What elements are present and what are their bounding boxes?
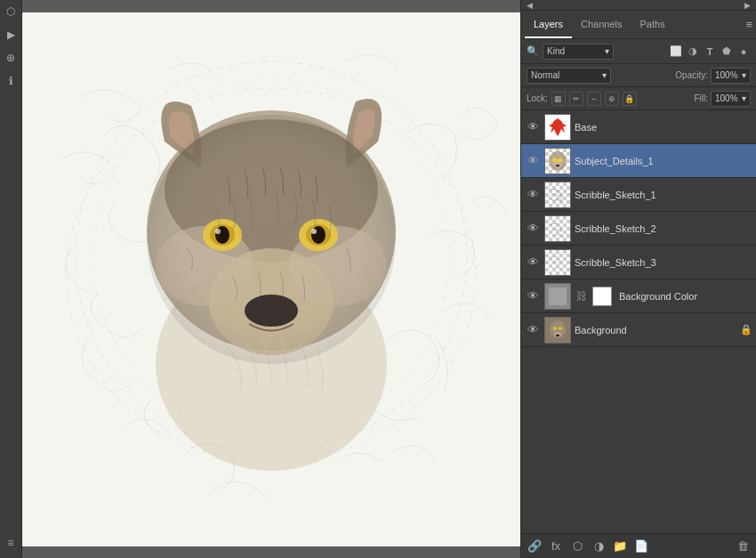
layer-thumb-scribble-sketch-3 [544,249,571,276]
layer-name-scribble-sketch-2: Scribble_Sketch_2 [575,223,752,234]
tab-channels[interactable]: Channels [572,11,631,38]
add-style-button[interactable]: fx [548,538,564,554]
layer-item-scribble-sketch-3[interactable]: 👁 Scribble_Sketch_3 [521,246,756,279]
svg-point-34 [559,327,563,330]
layer-thumb-background-color-right [592,287,612,306]
lock-label: Lock: [527,93,548,103]
tool-info[interactable]: ℹ [3,73,19,89]
fill-group: Fill: 100% ▾ [694,91,751,107]
layer-item-background-color[interactable]: 👁 ⛓ Background Color [521,279,756,313]
search-icon: 🔍 [527,45,539,57]
visibility-icon-background-color[interactable]: 👁 [525,288,541,304]
layer-thumb-base [544,114,571,141]
layer-chain-link: ⛓ [576,290,587,303]
lock-row: Lock: ▦ ✏ ↔ ⊕ 🔒 Fill: 100% ▾ [521,87,756,110]
tool-brush[interactable]: ⬡ [3,4,19,20]
svg-point-25 [556,164,559,166]
lock-transform-icon[interactable]: ↔ [587,92,601,106]
tool-play[interactable]: ▶ [3,27,19,43]
visibility-icon-background[interactable]: 👁 [525,322,541,338]
collapse-left-icon[interactable]: ◀ [527,1,533,10]
lock-all-icon[interactable]: 🔒 [623,92,637,106]
layer-name-background: Background [575,325,736,336]
svg-rect-30 [549,287,567,305]
tabs-row: Layers Channels Paths ≡ [521,11,756,39]
tab-paths[interactable]: Paths [631,11,674,38]
tool-layers-arrange[interactable]: ≡ [3,535,19,551]
panel-collapse-bar[interactable]: ◀ ▶ [521,0,756,11]
visibility-icon-scribble-sketch-3[interactable]: 👁 [525,255,541,271]
filter-shape-icon[interactable]: ⬟ [720,44,734,59]
layer-item-scribble-sketch-1[interactable]: 👁 Scribble_Sketch_1 [521,178,756,212]
filter-icons-group: ⬜ ◑ T ⬟ ● [669,44,751,59]
layer-thumb-subject-details-1 [544,148,571,174]
opacity-label: Opacity: [675,70,708,80]
visibility-icon-base[interactable]: 👁 [525,119,541,135]
fill-label: Fill: [694,93,708,103]
filter-smart-icon[interactable]: ● [736,44,751,59]
blend-mode-dropdown[interactable]: Normal ▾ [527,68,611,84]
lock-position-icon[interactable]: ⊕ [605,92,619,106]
chain-icon: ⛓ [576,290,587,303]
svg-point-33 [553,327,558,330]
right-panel: ◀ ▶ Layers Channels Paths ≡ 🔍 Kind ▾ ⬜ ◑… [520,0,756,558]
tab-layers[interactable]: Layers [525,11,572,38]
filter-adjustment-icon[interactable]: ◑ [686,44,700,59]
collapse-right-icon[interactable]: ▶ [744,1,751,10]
fill-input[interactable]: 100% ▾ [711,91,751,107]
layer-item-background[interactable]: 👁 Background 🔒 [521,313,756,347]
lock-brush-icon[interactable]: ✏ [569,92,583,106]
layer-thumb-scribble-sketch-2 [544,215,571,242]
layer-name-subject-details-1: Subject_Details_1 [575,156,752,166]
layer-thumb-background [544,317,571,344]
tool-options[interactable]: ⊕ [3,50,19,66]
visibility-icon-subject-details-1[interactable]: 👁 [525,153,541,169]
layer-name-background-color: Background Color [619,291,752,302]
svg-point-22 [552,158,558,162]
layer-name-scribble-sketch-3: Scribble_Sketch_3 [575,257,752,268]
link-layers-button[interactable]: 🔗 [527,538,543,554]
layer-item-base[interactable]: 👁 Base [521,110,756,144]
lock-icon-background: 🔒 [740,324,752,336]
layer-name-base: Base [575,122,752,133]
wolf-illustration [36,26,507,533]
visibility-icon-scribble-sketch-1[interactable]: 👁 [525,187,541,203]
add-mask-button[interactable]: ⬡ [569,538,585,554]
delete-layer-button[interactable]: 🗑 [735,538,751,554]
layer-item-scribble-sketch-2[interactable]: 👁 Scribble_Sketch_2 [521,212,756,246]
layer-thumb-scribble-sketch-1 [544,182,571,208]
filter-type-icon[interactable]: T [703,44,717,59]
svg-point-18 [147,115,396,364]
lock-transparent-icon[interactable]: ▦ [551,92,566,106]
svg-point-23 [558,158,563,162]
canvas-area [22,0,520,558]
svg-point-36 [556,334,559,336]
new-group-button[interactable]: 📁 [612,538,628,554]
kind-filter-dropdown[interactable]: Kind ▾ [543,44,614,60]
filter-row: 🔍 Kind ▾ ⬜ ◑ T ⬟ ● [521,39,756,64]
opacity-group: Opacity: 100% ▾ [675,68,751,84]
opacity-input[interactable]: 100% ▾ [711,68,751,84]
layers-list: 👁 Base 👁 [521,110,756,533]
layer-name-scribble-sketch-1: Scribble_Sketch_1 [575,190,752,200]
svg-rect-27 [545,216,570,241]
canvas-content [22,12,520,546]
new-layer-button[interactable]: 📄 [633,538,649,554]
svg-point-21 [549,151,567,171]
panel-menu-icon[interactable]: ≡ [745,18,752,31]
bottom-toolbar: 🔗 fx ⬡ ◑ 📁 📄 🗑 [521,533,756,558]
visibility-icon-scribble-sketch-2[interactable]: 👁 [525,221,541,237]
layer-thumb-background-color-left [544,283,571,310]
blend-row: Normal ▾ Opacity: 100% ▾ [521,64,756,87]
left-toolbar: ⬡ ▶ ⊕ ℹ ≡ [0,0,22,558]
filter-image-icon[interactable]: ⬜ [669,44,683,59]
lock-icons-group: ▦ ✏ ↔ ⊕ 🔒 [551,92,637,106]
layer-item-subject-details-1[interactable]: 👁 Subject_Details_1 [521,144,756,178]
new-fill-adjustment-button[interactable]: ◑ [591,538,607,554]
